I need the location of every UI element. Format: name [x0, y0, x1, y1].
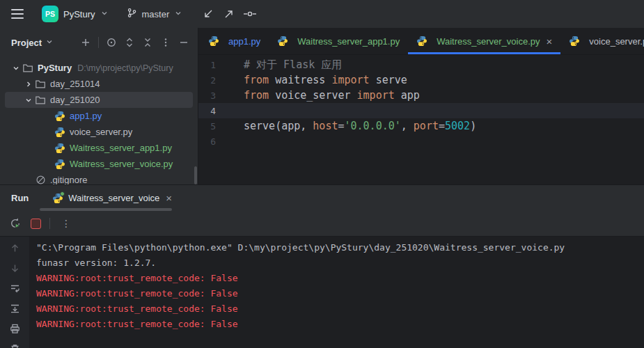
console-line: "C:\Program Files\python\python.exe" D:\… [36, 240, 644, 255]
editor-tab-label: Waitress_server_app1.py [297, 36, 400, 47]
more-options-icon[interactable]: ⋮ [58, 216, 74, 231]
tree-row[interactable]: app1.py [5, 108, 193, 124]
python-file-icon [569, 35, 580, 47]
line-number: 3 [198, 90, 244, 101]
stop-button[interactable] [31, 219, 41, 229]
python-file-icon [416, 35, 427, 47]
tree-row[interactable]: day_251020 [5, 92, 193, 108]
tree-row[interactable]: Waitress_server_app1.py [5, 140, 193, 156]
main-area: Project PyStury D:\my\project\py\PyStury [0, 28, 644, 184]
editor-tab-label: voice_server.py [589, 36, 644, 47]
running-indicator-dot [60, 191, 65, 196]
rerun-icon[interactable] [8, 216, 22, 230]
tree-item-label: day_251020 [50, 95, 100, 105]
project-panel-title[interactable]: Project [11, 38, 42, 48]
line-number: 5 [198, 121, 244, 132]
expand-all-icon[interactable] [121, 34, 138, 51]
tree-row[interactable]: day_251014 [5, 76, 193, 92]
folder-icon [35, 79, 46, 90]
code-text: from waitress import serve [244, 74, 407, 86]
run-toolbar: ⋮ [0, 211, 644, 236]
locate-file-icon[interactable] [103, 34, 120, 51]
tree-row[interactable]: Waitress_server_voice.py [5, 156, 193, 172]
project-name-label: PyStury [63, 9, 95, 19]
tree-item-label: voice_server.py [70, 127, 132, 137]
code-line[interactable]: 6 [198, 134, 644, 149]
code-editor[interactable]: 1 # 对于 Flask 应用 2 from waitress import s… [198, 55, 644, 184]
folder-icon [35, 95, 46, 106]
console-line: WARNING:root:trust_remote_code: False [36, 301, 644, 317]
console-line: WARNING:root:trust_remote_code: False [36, 286, 644, 301]
commit-icon[interactable] [239, 4, 260, 24]
tree-item-label: PyStury [38, 63, 72, 73]
console-output[interactable]: "C:\Program Files\python\python.exe" D:\… [29, 237, 644, 348]
code-line[interactable]: 3 from voice_server import app [198, 88, 644, 103]
project-file-tree: PyStury D:\my\project\py\PyStury day_251… [0, 57, 198, 184]
ignored-icon [35, 175, 46, 185]
line-number: 4 [198, 106, 244, 116]
branch-name-label: master [142, 9, 170, 19]
tree-item-label: .gitignore [50, 175, 87, 184]
git-branch-icon [127, 8, 137, 20]
python-icon [54, 159, 65, 170]
tree-chevron-icon[interactable] [10, 64, 22, 72]
collapse-all-icon[interactable] [139, 34, 156, 51]
tree-item-label: Waitress_server_app1.py [70, 143, 172, 153]
tree-row[interactable]: voice_server.py [5, 124, 193, 140]
code-line[interactable]: 4 [198, 103, 644, 118]
editor-tab-label: Waitress_server_voice.py [437, 36, 540, 47]
tree-row[interactable]: .gitignore [5, 172, 193, 184]
editor-tab[interactable]: Waitress_server_app1.py [269, 28, 408, 54]
toolbar-separator [98, 37, 99, 48]
python-running-icon [52, 193, 63, 204]
python-icon [54, 127, 65, 138]
more-options-icon[interactable] [157, 34, 174, 51]
tree-scrollbar[interactable] [194, 166, 197, 184]
editor-tab[interactable]: Waitress_server_voice.py × [408, 28, 560, 54]
chevron-down-icon [100, 9, 109, 19]
project-tool-window: Project PyStury D:\my\project\py\PyStury [0, 28, 198, 184]
python-file-icon [208, 35, 219, 47]
project-selector[interactable]: PS PyStury [36, 3, 114, 24]
tree-item-label: app1.py [70, 111, 102, 121]
git-branch-widget[interactable]: master [121, 3, 189, 24]
pycharm-window: PS PyStury master Project [0, 0, 644, 348]
down-stacktrace-icon[interactable] [8, 261, 22, 275]
run-tab-label: Waitress_server_voice [68, 193, 159, 203]
pystury-logo: PS [42, 6, 58, 22]
close-icon[interactable]: × [166, 193, 172, 203]
add-icon[interactable] [77, 34, 94, 51]
main-toolbar: PS PyStury master [0, 0, 644, 28]
push-commits-button[interactable] [219, 4, 239, 24]
code-line[interactable]: 1 # 对于 Flask 应用 [198, 57, 644, 72]
clear-console-icon[interactable] [8, 342, 22, 348]
scroll-to-end-icon[interactable] [8, 301, 22, 315]
line-number: 2 [198, 75, 244, 86]
soft-wrap-icon[interactable] [8, 281, 22, 295]
hamburger-menu-icon[interactable] [7, 4, 28, 24]
up-stacktrace-icon[interactable] [8, 241, 22, 255]
run-console: "C:\Program Files\python\python.exe" D:\… [0, 236, 644, 348]
line-number: 6 [198, 136, 244, 147]
print-icon[interactable] [8, 322, 22, 335]
code-line[interactable]: 2 from waitress import serve [198, 72, 644, 88]
console-toolbar [0, 237, 29, 348]
run-panel-title[interactable]: Run [0, 193, 45, 203]
close-icon[interactable]: × [547, 36, 553, 47]
run-tab[interactable]: Waitress_server_voice × [45, 185, 179, 211]
editor-tab-label: app1.py [228, 36, 260, 47]
console-line: WARNING:root:trust_remote_code: False [36, 271, 644, 286]
code-line[interactable]: 5 serve(app, host='0.0.0.0', port=5002) [198, 118, 644, 134]
python-file-icon [277, 35, 288, 47]
tree-chevron-icon[interactable] [22, 80, 35, 88]
python-icon [54, 143, 65, 154]
update-project-button[interactable] [198, 4, 219, 24]
tree-row[interactable]: PyStury D:\my\project\py\PyStury [5, 60, 193, 76]
editor-tab[interactable]: voice_server.py [560, 28, 644, 54]
run-panel-header: Run Waitress_server_voice × [0, 185, 644, 211]
tree-chevron-icon[interactable] [22, 96, 35, 104]
editor-tab[interactable]: app1.py [200, 28, 269, 54]
console-line: funasr version: 1.2.7. [36, 255, 644, 271]
hide-panel-icon[interactable] [175, 34, 192, 51]
run-tabs-scrollbar[interactable] [40, 208, 172, 211]
